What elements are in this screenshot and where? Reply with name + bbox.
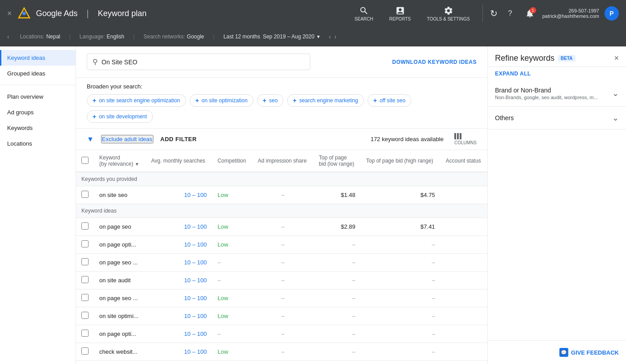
top-bid-low-col-header[interactable]: Top of pagebid (low range) <box>313 150 361 172</box>
ad-impression-cell: – <box>252 272 313 289</box>
row-checkbox[interactable] <box>81 191 89 198</box>
chip-label: on site development <box>99 113 147 120</box>
competition-col-header[interactable]: Competition <box>212 150 252 172</box>
notification-button[interactable]: 1 <box>523 6 537 21</box>
keyword-cell: on page opti... <box>94 236 146 254</box>
row-checkbox[interactable] <box>81 294 89 301</box>
ad-impression-cell: – <box>252 325 313 343</box>
ad-impression-cell: – <box>252 343 313 361</box>
row-checkbox-cell[interactable] <box>76 343 94 361</box>
monthly-cell: 10 – 100 <box>146 218 212 236</box>
prev-period-btn[interactable]: ‹ <box>329 33 331 40</box>
table-row: on site optimi... 10 – 100 Low – – – <box>76 307 487 325</box>
keywords-count: 172 keyword ideas available <box>371 136 444 142</box>
reports-nav-icon <box>395 6 405 16</box>
reports-nav-btn[interactable]: REPORTS <box>384 4 416 23</box>
language-value[interactable]: English <box>107 33 124 40</box>
search-input[interactable] <box>102 59 305 66</box>
search-nav-btn[interactable]: SEARCH <box>349 4 379 23</box>
top-bid-high-cell: – <box>361 272 440 289</box>
broaden-chip[interactable]: +on site development <box>87 110 153 123</box>
row-checkbox-cell[interactable] <box>76 254 94 272</box>
columns-button[interactable]: COLUMNS <box>454 133 477 145</box>
refine-section-header[interactable]: Brand or Non-BrandNon-Brands, google, se… <box>488 80 626 106</box>
filter-locations: Locations: Nepal <box>20 33 60 40</box>
svg-point-1 <box>22 12 26 15</box>
sidebar-item-keywords[interactable]: Keywords <box>0 120 76 136</box>
account-status-col-header[interactable]: Account status <box>440 150 487 172</box>
top-bid-high-col-header[interactable]: Top of page bid (high range) <box>361 150 440 172</box>
select-all-header[interactable] <box>76 150 94 172</box>
table-section-header: Keyword ideas <box>76 204 487 218</box>
account-status-cell <box>440 307 487 325</box>
row-checkbox[interactable] <box>81 222 89 230</box>
locations-value[interactable]: Nepal <box>46 33 60 40</box>
monthly-cell: 10 – 100 <box>146 254 212 272</box>
date-range-value: Sep 2019 – Aug 2020 <box>263 33 314 40</box>
sidebar-item-ad-groups[interactable]: Ad groups <box>0 105 76 120</box>
row-checkbox-cell[interactable] <box>76 325 94 343</box>
collapse-sidebar-btn[interactable]: ‹ <box>7 33 9 40</box>
row-checkbox[interactable] <box>81 312 89 319</box>
competition-cell: – <box>212 254 252 272</box>
row-checkbox[interactable] <box>81 347 89 355</box>
chip-label: seo <box>269 97 278 104</box>
row-checkbox[interactable] <box>81 240 89 247</box>
top-bid-low-cell: – <box>313 254 361 272</box>
competition-cell: Low <box>212 307 252 325</box>
table-row: on site seo 10 – 100 Low – $1.48 $4.75 <box>76 186 487 204</box>
keyword-cell: on site optimi... <box>94 307 146 325</box>
refresh-button[interactable]: ↻ <box>490 8 498 19</box>
close-panel-button[interactable]: × <box>614 54 619 63</box>
search-networks-value[interactable]: Google <box>187 33 204 40</box>
sidebar-item-locations[interactable]: Locations <box>0 136 76 151</box>
account-status-cell <box>440 325 487 343</box>
ad-impression-col-header[interactable]: Ad impression share <box>252 150 313 172</box>
tools-nav-btn[interactable]: TOOLS & SETTINGS <box>422 4 475 23</box>
add-filter-button[interactable]: ADD FILTER <box>161 136 197 142</box>
top-bid-high-cell: $7.41 <box>361 218 440 236</box>
broaden-chip[interactable]: +on site optimization <box>190 94 254 107</box>
row-checkbox[interactable] <box>81 276 89 283</box>
refine-section-header[interactable]: Others⌄ <box>488 107 626 129</box>
help-button[interactable]: ? <box>503 6 517 21</box>
download-keywords-button[interactable]: DOWNLOAD KEYWORD IDEAS <box>392 59 477 65</box>
keyword-col-header[interactable]: Keyword(by relevance) ▼ <box>94 150 146 172</box>
broaden-chip[interactable]: +search engine marketing <box>287 94 364 107</box>
expand-all-button[interactable]: EXPAND ALL <box>488 67 626 80</box>
top-bid-high-cell: – <box>361 289 440 307</box>
close-icon[interactable]: × <box>7 9 12 18</box>
top-bid-low-cell: – <box>313 343 361 361</box>
plus-icon: + <box>195 97 199 104</box>
select-all-checkbox[interactable] <box>81 157 89 164</box>
sidebar-item-plan-overview[interactable]: Plan overview <box>0 89 76 105</box>
chevron-down-icon: ⌄ <box>612 88 619 98</box>
date-range-button[interactable]: Last 12 months Sep 2019 – Aug 2020 ▾ <box>224 33 320 40</box>
row-checkbox-cell[interactable] <box>76 289 94 307</box>
broaden-chip[interactable]: +off site seo <box>368 94 411 107</box>
row-checkbox-cell[interactable] <box>76 218 94 236</box>
row-checkbox-cell[interactable] <box>76 307 94 325</box>
user-avatar[interactable]: P <box>605 6 619 21</box>
chip-label: on site search engine optimization <box>99 97 180 104</box>
google-ads-logo <box>18 7 30 20</box>
account-status-cell <box>440 236 487 254</box>
give-feedback-button[interactable]: 💬 GIVE FEEDBACK <box>559 348 619 357</box>
row-checkbox-cell[interactable] <box>76 236 94 254</box>
refine-section-subtitle: Non-Brands, google, seo audit, wordpress… <box>495 95 598 100</box>
next-period-btn[interactable]: › <box>334 33 337 40</box>
feedback-icon: 💬 <box>559 348 568 357</box>
row-checkbox[interactable] <box>81 258 89 265</box>
row-checkbox-cell[interactable] <box>76 186 94 204</box>
exclude-adult-ideas-btn[interactable]: Exclude adult ideas <box>101 135 153 143</box>
feedback-label: GIVE FEEDBACK <box>571 349 619 356</box>
row-checkbox[interactable] <box>81 330 89 337</box>
broaden-chip[interactable]: +seo <box>257 94 284 107</box>
monthly-col-header[interactable]: Avg. monthly searches <box>146 150 212 172</box>
broaden-chip[interactable]: +on site search engine optimization <box>87 94 186 107</box>
reports-nav-label: REPORTS <box>389 17 411 21</box>
sidebar-item-grouped-ideas[interactable]: Grouped ideas <box>0 66 76 81</box>
table-row: on page opti... 10 – 100 – – – – <box>76 325 487 343</box>
sidebar-item-keyword-ideas[interactable]: Keyword ideas <box>0 50 76 66</box>
row-checkbox-cell[interactable] <box>76 272 94 289</box>
